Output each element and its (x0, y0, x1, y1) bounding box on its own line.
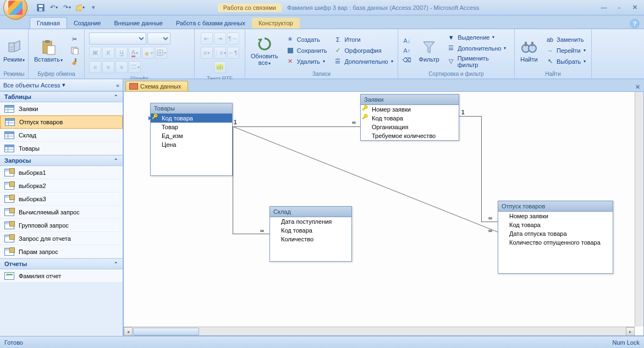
diagram-field[interactable]: Товар (151, 123, 232, 131)
nav-group-header[interactable]: Запросы⌃ (0, 155, 123, 166)
nav-item[interactable]: выборка3 (0, 192, 123, 206)
nav-group-header[interactable]: Таблицы⌃ (0, 91, 123, 102)
redo-icon[interactable]: ↷ (63, 3, 71, 12)
save-record-button[interactable]: Сохранить (284, 46, 329, 56)
diagram-field[interactable]: Цена (151, 140, 232, 149)
diagram-table[interactable]: ТоварыКод товараТоварЕд_измЦена (150, 103, 233, 176)
spelling-button[interactable]: ✓Орфография (331, 46, 395, 56)
qat-customize-icon[interactable]: ▾ (89, 3, 98, 12)
numbering-button[interactable]: ≡ (201, 47, 213, 59)
align-center-button[interactable]: ≡ (102, 61, 114, 73)
bold-button[interactable]: Ж (89, 47, 101, 59)
align-right-button[interactable]: ≡ (115, 61, 128, 73)
diagram-field[interactable]: Номер заявки (361, 105, 459, 114)
sort-asc-button[interactable]: A↓ (400, 36, 414, 46)
filter-button[interactable]: Фильтр (416, 37, 442, 64)
goto-button[interactable]: →Перейти (543, 46, 588, 56)
maximize-button[interactable]: ▫ (614, 3, 624, 12)
diagram-field[interactable]: Код товара (361, 114, 459, 123)
diagram-field[interactable]: Номер заявки (498, 212, 613, 220)
nav-item[interactable]: выборка2 (0, 179, 123, 192)
new-record-button[interactable]: ✳Создать (284, 35, 329, 45)
nav-item[interactable]: Склад (0, 129, 123, 142)
nav-item[interactable]: Запрос для отчета (0, 232, 123, 245)
select-button[interactable]: ↖Выбрать (543, 57, 588, 67)
diagram-field[interactable]: Количество отпущенного товара (498, 238, 613, 247)
increase-indent-button[interactable]: ⇥ (214, 32, 226, 45)
bullets-button[interactable]: ⋮≡ (214, 47, 226, 59)
selection-filter-button[interactable]: ▼Выделение (444, 32, 512, 42)
diagram-field[interactable]: Код товара (270, 226, 351, 235)
copy-button[interactable] (68, 46, 81, 56)
refresh-all-button[interactable]: Обновить все (247, 34, 282, 67)
collapse-nav-icon[interactable]: « (116, 82, 119, 89)
tab-home[interactable]: Главная (30, 17, 67, 29)
nav-item[interactable]: Отпуск товаров (0, 115, 123, 129)
diagram-table-header[interactable]: Отпуск товаров (498, 201, 613, 212)
diagram-table-header[interactable]: Заявки (361, 95, 459, 105)
scroll-left-button[interactable]: ◂ (124, 327, 133, 336)
diagram-field[interactable]: Ед_изм (151, 131, 232, 140)
diagram-field[interactable]: Код товара (151, 114, 232, 123)
scroll-right-button[interactable]: ▸ (626, 327, 635, 336)
doc-tab-relationships[interactable]: Схема данных (125, 81, 188, 91)
toggle-filter-button[interactable]: ▽Применить фильтр (444, 54, 512, 69)
find-button[interactable]: Найти (517, 37, 541, 64)
tab-create[interactable]: Создание (67, 18, 108, 29)
font-color-button[interactable]: А (129, 47, 141, 59)
diagram-table[interactable]: ЗаявкиНомер заявкиКод товараОрганизацияТ… (360, 94, 459, 141)
close-button[interactable]: ✕ (630, 3, 640, 12)
sort-desc-button[interactable]: A↑ (400, 46, 414, 56)
advanced-filter-button[interactable]: ☰Дополнительно (444, 43, 512, 53)
nav-item[interactable]: Фамилия отчет (0, 269, 123, 283)
diagram-field[interactable]: Дата поступления (270, 217, 351, 226)
nav-item[interactable]: Групповой запрос (0, 219, 123, 232)
diagram-field[interactable]: Организация (361, 123, 459, 131)
format-painter-button[interactable] (68, 57, 81, 67)
decrease-indent-button[interactable]: ⇤ (201, 32, 213, 45)
align-left-button[interactable]: ≡ (89, 61, 101, 73)
alt-color-button[interactable] (129, 61, 141, 73)
help-icon[interactable]: ? (630, 19, 640, 29)
diagram-field[interactable]: Требуемое количество (361, 131, 459, 140)
cut-button[interactable]: ✂ (68, 35, 81, 45)
nav-group-header[interactable]: Отчеты⌃ (0, 258, 123, 269)
rtl-button[interactable]: ←¶ (227, 47, 239, 59)
undo-icon[interactable]: ↶ (49, 3, 58, 12)
font-size-select[interactable] (147, 32, 170, 45)
vertical-scrollbar[interactable] (635, 92, 643, 327)
nav-item[interactable]: Вычисляемый запрос (0, 206, 123, 219)
nav-item[interactable]: Заявки (0, 102, 123, 115)
more-records-button[interactable]: ☰Дополнительно (331, 57, 395, 67)
horizontal-scrollbar[interactable]: ◂ ▸ (124, 327, 635, 335)
nav-item[interactable]: выборка1 (0, 166, 123, 179)
delete-record-button[interactable]: ✕Удалить (284, 57, 329, 67)
underline-button[interactable]: Ч (115, 47, 128, 59)
close-document-icon[interactable]: ✕ (633, 82, 642, 91)
nav-pane-header[interactable]: Все объекты Access ▾ « (0, 79, 123, 91)
open-folder-icon[interactable] (76, 3, 85, 12)
nav-item[interactable]: Парам запрос (0, 245, 123, 258)
diagram-field[interactable]: Дата отпуска товара (498, 229, 613, 238)
view-button[interactable]: Режим (2, 37, 26, 64)
ltr-button[interactable]: ¶→ (227, 32, 239, 45)
diagram-table-header[interactable]: Склад (270, 207, 351, 217)
fill-color-button[interactable] (142, 47, 154, 59)
relationships-canvas[interactable]: 1 ∞ ∞ ∞ 1 ∞ ◂ ▸ ТоварыКод товараТоварЕд_… (123, 91, 644, 336)
diagram-field[interactable]: Код товара (498, 220, 613, 229)
diagram-table[interactable]: Отпуск товаровНомер заявкиКод товараДата… (498, 201, 613, 274)
minimize-button[interactable]: — (599, 3, 609, 12)
save-icon[interactable] (36, 3, 45, 12)
diagram-table-header[interactable]: Товары (151, 103, 232, 114)
totals-button[interactable]: ΣИтоги (331, 35, 395, 45)
gridlines-button[interactable] (155, 47, 167, 59)
tab-database[interactable]: Работа с базами данных (169, 18, 252, 29)
paste-button[interactable]: Вставить (31, 37, 66, 64)
tab-external[interactable]: Внешние данные (108, 18, 169, 29)
italic-button[interactable]: К (102, 47, 114, 59)
highlight-button[interactable]: ab (214, 61, 226, 73)
replace-button[interactable]: abЗаменить (543, 35, 588, 45)
font-name-select[interactable] (89, 32, 146, 45)
nav-item[interactable]: Товары (0, 142, 123, 155)
tab-design[interactable]: Конструктор (252, 18, 300, 29)
